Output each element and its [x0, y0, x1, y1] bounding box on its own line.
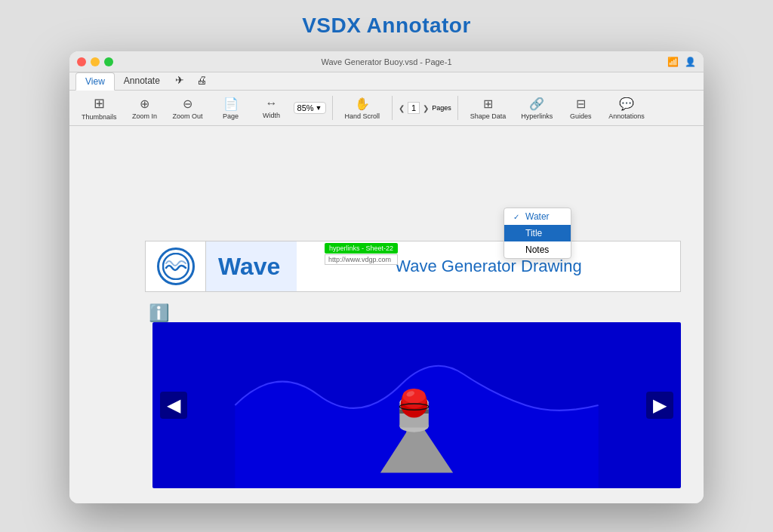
- zoom-out-button[interactable]: ⊖ Zoom Out: [167, 95, 209, 121]
- dropdown-title-label: Title: [525, 228, 542, 238]
- dropdown-notes-label: Notes: [525, 244, 549, 255]
- dropdown-item-notes[interactable]: Notes: [504, 241, 571, 258]
- svg-point-10: [402, 389, 425, 403]
- wave-label: Wave: [218, 253, 280, 281]
- tab-annotate[interactable]: Annotate: [115, 72, 169, 90]
- shape-data-dropdown: ✓ Water Title Notes: [504, 208, 571, 259]
- page-number: 1: [408, 102, 420, 114]
- width-button[interactable]: ↔ Width: [253, 95, 291, 121]
- wave-logo-circle: [157, 248, 195, 285]
- traffic-lights: [77, 57, 113, 66]
- separator-1: [332, 96, 333, 120]
- title-bar: Wave Generator Buoy.vsd - Page-1 📶 👤: [69, 51, 704, 72]
- prev-page-button[interactable]: ❮: [399, 104, 405, 112]
- canvas-area: ✓ Water Title Notes hyperlinks - Sheet-2…: [69, 126, 704, 503]
- zoom-out-label: Zoom Out: [173, 112, 203, 120]
- hand-scroll-icon: ✋: [355, 97, 370, 111]
- dropdown-item-water[interactable]: ✓ Water: [504, 208, 571, 225]
- hand-scroll-button[interactable]: ✋ Hand Scroll: [339, 95, 386, 121]
- minimize-button[interactable]: [91, 57, 100, 66]
- wave-svg: [152, 322, 681, 488]
- width-label: Width: [263, 112, 280, 119]
- thumbnails-label: Thumbnails: [82, 113, 117, 121]
- window-title: Wave Generator Buoy.vsd - Page-1: [321, 57, 451, 66]
- shape-data-button[interactable]: ⊞ Shape Data: [464, 95, 513, 121]
- tab-print-icon[interactable]: 🖨: [190, 72, 213, 90]
- next-page-button[interactable]: ❯: [423, 104, 429, 112]
- tab-view[interactable]: View: [75, 72, 115, 91]
- zoom-out-icon: ⊖: [183, 97, 192, 111]
- annotations-button[interactable]: 💬 Annotations: [602, 95, 651, 121]
- title-bar-controls: 📶 👤: [667, 57, 696, 67]
- wave-logo: [146, 241, 206, 291]
- hyperlink-tooltip: hyperlinks - Sheet-22 http://www.vdgp.co…: [325, 243, 398, 265]
- zoom-in-label: Zoom In: [132, 112, 157, 120]
- thumbnails-icon: ⊞: [94, 95, 105, 112]
- page-icon: 📄: [223, 97, 239, 111]
- zoom-dropdown-icon[interactable]: ▼: [316, 104, 322, 112]
- shape-data-icon: ⊞: [483, 97, 493, 111]
- guides-button[interactable]: ⊟ Guides: [562, 95, 599, 121]
- close-button[interactable]: [77, 57, 86, 66]
- annotations-label: Annotations: [608, 112, 645, 120]
- toolbar-items: ⊞ Thumbnails ⊕ Zoom In ⊖ Zoom Out 📄 Page…: [69, 91, 704, 125]
- info-icon[interactable]: ℹ️: [149, 303, 169, 323]
- toolbar: View Annotate ✈ 🖨 ⊞ Thumbnails ⊕ Zoom In…: [69, 72, 704, 126]
- tab-share-icon[interactable]: ✈: [169, 72, 190, 90]
- tooltip-url: http://www.vdgp.com: [325, 254, 398, 265]
- thumbnails-button[interactable]: ⊞ Thumbnails: [75, 94, 123, 122]
- nav-right-button[interactable]: ▶: [646, 392, 673, 419]
- annotations-icon: 💬: [619, 97, 634, 111]
- page-control: ❮ 1 ❯ Pages: [399, 102, 451, 114]
- guides-icon: ⊟: [576, 97, 586, 111]
- guides-label: Guides: [570, 112, 592, 120]
- pages-label: Pages: [432, 104, 451, 112]
- check-icon: ✓: [513, 213, 522, 221]
- toolbar-tabs: View Annotate ✈ 🖨: [69, 72, 704, 91]
- hyperlinks-label: Hyperlinks: [521, 112, 553, 120]
- zoom-value: 85%: [297, 103, 314, 112]
- page-label: Page: [223, 112, 239, 120]
- app-window: Wave Generator Buoy.vsd - Page-1 📶 👤 Vie…: [69, 51, 704, 503]
- wave-logo-svg: [162, 253, 189, 280]
- hyperlinks-button[interactable]: 🔗 Hyperlinks: [515, 95, 559, 121]
- user-icon: 👤: [685, 57, 696, 67]
- maximize-button[interactable]: [104, 57, 113, 66]
- app-title: VSDX Annotator: [302, 14, 471, 38]
- drawing-header: Wave Wave Generator Drawing: [145, 241, 681, 292]
- nav-left-button[interactable]: ◀: [160, 392, 187, 419]
- wave-illustration: ◀ ▶: [152, 322, 681, 488]
- dropdown-water-label: Water: [525, 211, 550, 222]
- zoom-control[interactable]: 85% ▼: [294, 102, 326, 114]
- zoom-in-button[interactable]: ⊕ Zoom In: [126, 95, 164, 121]
- shape-data-label: Shape Data: [470, 112, 507, 120]
- separator-3: [457, 96, 458, 120]
- wifi-icon: 📶: [667, 57, 679, 67]
- wave-text-area: Wave: [206, 241, 297, 291]
- tooltip-text: hyperlinks - Sheet-22: [325, 243, 398, 254]
- zoom-in-icon: ⊕: [140, 97, 149, 111]
- page-button[interactable]: 📄 Page: [212, 95, 250, 121]
- width-icon: ↔: [266, 97, 278, 110]
- hand-scroll-label: Hand Scroll: [345, 112, 380, 120]
- hyperlinks-icon: 🔗: [529, 97, 544, 111]
- separator-2: [392, 96, 393, 120]
- dropdown-item-title[interactable]: Title: [504, 225, 571, 241]
